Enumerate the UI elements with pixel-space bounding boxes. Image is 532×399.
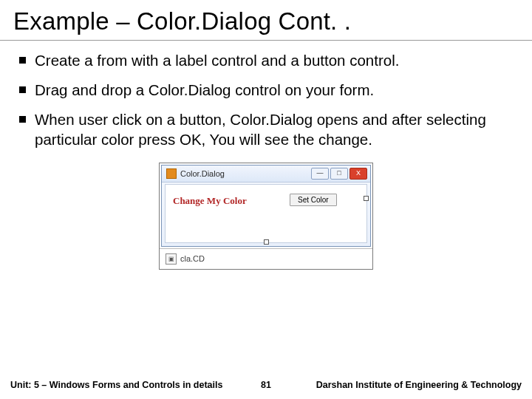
bullet-square-icon bbox=[19, 57, 26, 64]
slide-footer: Unit: 5 – Windows Forms and Controls in … bbox=[0, 380, 532, 390]
minimize-icon: — bbox=[317, 170, 324, 177]
minimize-button[interactable]: — bbox=[311, 168, 329, 180]
bullet-text: Drag and drop a Color.Dialog control on … bbox=[35, 81, 513, 100]
resize-handle-icon bbox=[264, 239, 269, 245]
bullet-item: Create a from with a label control and a… bbox=[19, 51, 513, 70]
maximize-button[interactable]: □ bbox=[330, 168, 348, 180]
footer-page-number: 81 bbox=[233, 380, 299, 390]
close-button[interactable]: X bbox=[349, 168, 367, 180]
window-controls: — □ X bbox=[311, 168, 367, 180]
slide: Example – Color.Dialog Cont. . Create a … bbox=[0, 0, 532, 399]
footer-institute: Darshan Institute of Engineering & Techn… bbox=[299, 380, 522, 390]
bullet-item: Drag and drop a Color.Dialog control on … bbox=[19, 81, 513, 100]
bullet-square-icon bbox=[19, 86, 26, 93]
bullet-square-icon bbox=[19, 116, 26, 123]
footer-unit: Unit: 5 – Windows Forms and Controls in … bbox=[10, 380, 233, 390]
bullet-item: When user click on a button, Color.Dialo… bbox=[19, 110, 513, 149]
change-color-label: Change My Color bbox=[173, 195, 247, 207]
figure-area: Color.Dialog — □ X Change My Color Set C… bbox=[19, 163, 513, 270]
set-color-button[interactable]: Set Color bbox=[290, 194, 337, 206]
slide-title: Example – Color.Dialog Cont. . bbox=[0, 0, 532, 41]
window-title: Color.Dialog bbox=[180, 169, 311, 178]
window-client-area: Change My Color Set Color bbox=[165, 184, 367, 243]
component-tray: ▣ cla.CD bbox=[160, 248, 372, 269]
component-icon: ▣ bbox=[166, 253, 177, 265]
app-icon bbox=[166, 168, 177, 179]
window-titlebar: Color.Dialog — □ X bbox=[162, 166, 370, 183]
close-icon: X bbox=[356, 170, 361, 177]
maximize-icon: □ bbox=[337, 170, 341, 177]
bullet-text: When user click on a button, Color.Dialo… bbox=[35, 110, 513, 149]
winform-preview: Color.Dialog — □ X Change My Color Set C… bbox=[161, 165, 371, 247]
slide-body: Create a from with a label control and a… bbox=[0, 41, 532, 270]
bullet-text: Create a from with a label control and a… bbox=[35, 51, 513, 70]
designer-figure: Color.Dialog — □ X Change My Color Set C… bbox=[159, 163, 373, 270]
component-label: cla.CD bbox=[180, 254, 205, 263]
resize-handle-icon bbox=[364, 196, 369, 201]
